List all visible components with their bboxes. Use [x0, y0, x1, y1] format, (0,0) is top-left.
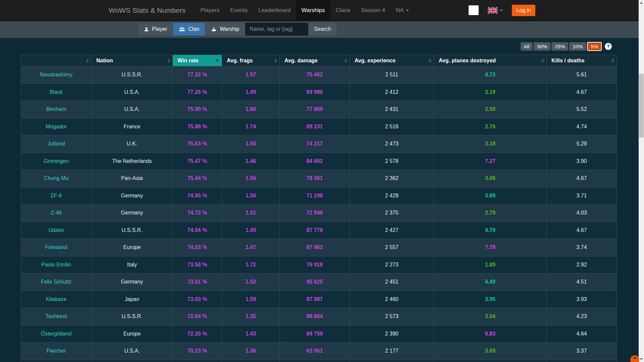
header-avg-frags[interactable]: Avg. frags — [222, 55, 280, 66]
ship-link[interactable]: Kitakaze — [21, 291, 92, 308]
search-input[interactable] — [245, 23, 308, 36]
ship-link[interactable]: Fletcher — [21, 343, 92, 360]
tab-clan[interactable]: Clan — [173, 23, 205, 36]
login-button[interactable]: Log in — [512, 5, 535, 16]
header-label: Nation — [96, 58, 113, 63]
scrollbar-down-icon[interactable] — [640, 358, 643, 360]
nation-cell: France — [92, 118, 173, 135]
ship-link[interactable]: Neustrashimy — [21, 66, 92, 84]
table-row: NeustrashimyU.S.S.R.77.32 %1.5775 4522 5… — [21, 66, 617, 84]
percent-filters: All 50% 25% 10% 5% ? — [0, 38, 644, 55]
language-selector[interactable] — [488, 7, 503, 14]
header-kills-deaths[interactable]: Kills / deaths — [547, 55, 617, 66]
nav-item-leaderboard[interactable]: Leaderboard — [253, 0, 296, 20]
header-avg-experience[interactable]: Avg. experience — [350, 55, 434, 66]
avg-planes-cell: 3.06 — [434, 170, 547, 187]
nav-item-season4[interactable]: Season 4 — [356, 0, 390, 20]
avg-experience-cell: 2 557 — [350, 239, 434, 256]
tab-label: Clan — [188, 26, 199, 32]
kills-deaths-cell: 4.23 — [547, 308, 617, 325]
nav-item-clans[interactable]: Clans — [330, 0, 356, 20]
avg-frags-cell: 1.60 — [222, 135, 280, 153]
kills-deaths-cell: 3.90 — [547, 153, 617, 170]
header-nation[interactable]: Nation — [92, 55, 173, 66]
ship-link[interactable]: Groningen — [21, 153, 92, 170]
header-avg-planes[interactable]: Avg. planes destroyed — [434, 55, 547, 66]
filter-5[interactable]: 5% — [587, 42, 602, 51]
nav-item-events[interactable]: Events — [225, 0, 253, 20]
win-rate-cell: 75.63 % — [173, 135, 222, 153]
avg-frags-cell: 1.52 — [222, 274, 280, 291]
avg-planes-cell: 7.78 — [434, 239, 547, 256]
nav-item-region[interactable]: NA — [390, 0, 414, 20]
table-row: KitakazeJapan73.03 %1.5987 9872 4603.953… — [21, 291, 617, 308]
filter-10[interactable]: 10% — [569, 42, 586, 51]
kills-deaths-cell: 3.71 — [547, 187, 617, 204]
avg-experience-cell: 2 375 — [350, 204, 434, 222]
win-rate-cell: 74.04 % — [173, 222, 222, 239]
ship-link[interactable]: Z-46 — [21, 204, 92, 222]
ship-link[interactable]: Chung Mu — [21, 170, 92, 187]
avg-experience-cell: 2 573 — [350, 308, 434, 325]
avg-damage-cell: 76 918 — [280, 256, 350, 274]
ship-link[interactable]: ZF-6 — [21, 187, 92, 204]
scrollbar-up-icon[interactable] — [640, 2, 643, 4]
nation-cell: U.S.S.R. — [92, 222, 173, 239]
scroll-top-button[interactable] — [630, 355, 639, 362]
table-row: TashkentU.S.S.R.72.64 %1.3588 6642 5733.… — [21, 308, 617, 325]
avg-frags-cell: 1.46 — [222, 153, 280, 170]
kills-deaths-cell: 4.67 — [547, 83, 617, 101]
table-row: ZF-6Germany74.95 %1.5671 1982 4293.893.7… — [21, 187, 617, 204]
table-header-row: Nation Win rate Avg. frags Avg. damage A… — [21, 55, 617, 66]
avg-damage-cell: 75 452 — [280, 66, 350, 84]
ship-link[interactable]: Jutland — [21, 135, 92, 153]
person-icon — [144, 27, 149, 32]
ship-link[interactable]: Östergötland — [21, 325, 92, 343]
ship-link[interactable]: Felix Schultz — [21, 274, 92, 291]
tab-player[interactable]: Player — [138, 23, 173, 36]
ship-link[interactable]: Paolo Emilio — [21, 256, 92, 274]
nation-cell: U.S.S.R. — [92, 308, 173, 325]
nav-item-warships[interactable]: Warships — [296, 0, 330, 20]
avg-planes-cell: 2.50 — [434, 101, 547, 118]
nav-item-label: Events — [230, 7, 248, 14]
arrow-icon — [633, 357, 637, 359]
theme-toggle[interactable] — [469, 5, 479, 15]
tab-warship[interactable]: Warship — [205, 23, 245, 36]
site-title[interactable]: WoWS Stats & Numbers — [109, 6, 186, 14]
win-rate-cell: 72.64 % — [173, 308, 222, 325]
nation-cell: Italy — [92, 256, 173, 274]
avg-damage-cell: 87 778 — [280, 222, 350, 239]
filter-25[interactable]: 25% — [551, 42, 568, 51]
ship-link[interactable]: Friesland — [21, 239, 92, 256]
header-label: Kills / deaths — [551, 58, 585, 63]
avg-experience-cell: 2 362 — [350, 170, 434, 187]
scrollbar-thumb[interactable] — [639, 74, 644, 137]
ship-link[interactable]: Tashkent — [21, 308, 92, 325]
win-rate-cell: 74.95 % — [173, 187, 222, 204]
filter-50[interactable]: 50% — [534, 42, 550, 51]
tab-label: Player — [152, 26, 167, 32]
kills-deaths-cell: 4.74 — [547, 118, 617, 135]
ship-link[interactable]: Udaloi — [21, 222, 92, 239]
header-ship[interactable] — [21, 55, 92, 66]
header-avg-damage[interactable]: Avg. damage — [280, 55, 350, 66]
header-win-rate[interactable]: Win rate — [173, 55, 222, 66]
kills-deaths-cell: 4.67 — [547, 222, 617, 239]
scrollbar[interactable] — [639, 0, 644, 362]
avg-frags-cell: 1.47 — [222, 239, 280, 256]
avg-frags-cell: 1.72 — [222, 256, 280, 274]
avg-experience-cell: 2 412 — [350, 83, 434, 101]
search-button[interactable]: Search — [309, 23, 336, 36]
table-row: Chung MuPan-Asia75.44 %1.5678 3612 3623.… — [21, 170, 617, 187]
ship-link[interactable]: Black — [21, 83, 92, 101]
nav-item-players[interactable]: Players — [195, 0, 225, 20]
table-row: GroningenThe Netherlands75.47 %1.4684 60… — [21, 153, 617, 170]
kills-deaths-cell: 5.61 — [547, 66, 617, 84]
ship-link[interactable]: Benham — [21, 101, 92, 118]
ship-link[interactable]: Mogador — [21, 118, 92, 135]
filter-all[interactable]: All — [521, 42, 533, 51]
win-rate-cell: 73.58 % — [173, 256, 222, 274]
help-icon[interactable]: ? — [605, 43, 612, 50]
uk-flag-icon — [488, 7, 498, 14]
